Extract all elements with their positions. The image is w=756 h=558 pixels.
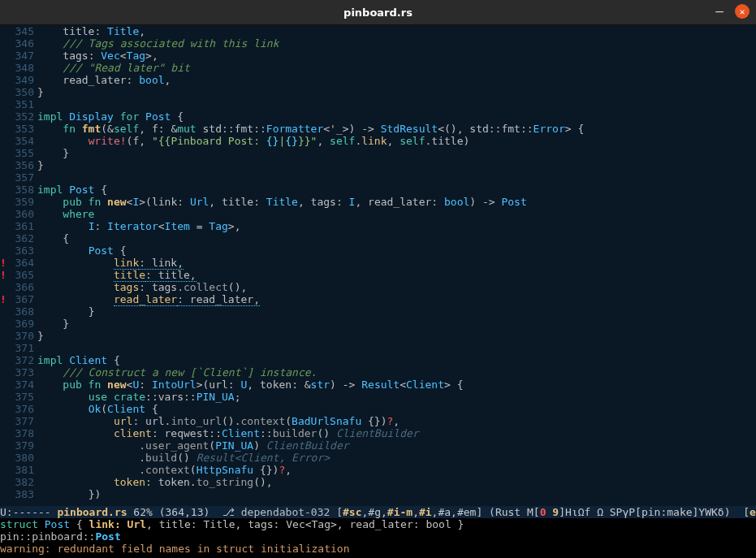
code-content[interactable]: impl Display for Post { (36, 110, 756, 123)
line-number: 381 (6, 464, 36, 476)
gutter-indicator (0, 476, 6, 488)
code-content[interactable]: .user_agent(PIN_UA) ClientBuilder (36, 439, 756, 452)
code-content[interactable]: url: url.into_url().context(BadUrlSnafu … (36, 415, 756, 427)
code-content[interactable]: token: token.to_string(), (36, 476, 756, 488)
code-line[interactable]: !365 title: title, (0, 269, 756, 281)
code-content[interactable]: /// Tags associated with this link (36, 37, 756, 50)
code-line[interactable]: 375 use crate::vars::PIN_UA; (0, 391, 756, 403)
gutter-indicator (0, 452, 6, 464)
code-content[interactable]: link: link, (36, 257, 756, 269)
close-icon[interactable]: ✕ (735, 4, 750, 19)
code-line[interactable]: 359 pub fn new<I>(link: Url, title: Titl… (0, 196, 756, 208)
code-line[interactable]: 354 write!(f, "{{Pinboard Post: {}|{}}}"… (0, 135, 756, 147)
code-content[interactable]: impl Client { (36, 354, 756, 366)
code-line[interactable]: 353 fn fmt(&self, f: &mut std::fmt::Form… (0, 123, 756, 135)
code-content[interactable]: read_later: read_later, (36, 293, 756, 305)
code-line[interactable]: 357 (0, 171, 756, 184)
code-content[interactable]: pub fn new<I>(link: Url, title: Title, t… (36, 196, 756, 208)
code-content[interactable]: tags: Vec<Tag>, (36, 50, 756, 62)
code-line[interactable]: 372impl Client { (0, 354, 756, 366)
line-number: 354 (6, 135, 36, 147)
code-content[interactable]: write!(f, "{{Pinboard Post: {}|{}}}", se… (36, 135, 756, 147)
code-line[interactable]: 376 Ok(Client { (0, 403, 756, 415)
line-number: 365 (6, 269, 36, 281)
code-content[interactable]: } (36, 86, 756, 98)
gutter-indicator: ! (0, 293, 6, 305)
code-content[interactable]: tags: tags.collect(), (36, 281, 756, 293)
code-line[interactable]: !364 link: link, (0, 257, 756, 269)
code-line[interactable]: 361 I: Iterator<Item = Tag>, (0, 220, 756, 232)
code-content[interactable]: /// Construct a new [`Client`] instance. (36, 366, 756, 378)
window-titlebar: pinboard.rs – ✕ (0, 0, 756, 25)
code-content[interactable]: Ok(Client { (36, 403, 756, 415)
gutter-indicator (0, 427, 6, 439)
eldoc-warning: warning: redundant field names in struct… (0, 543, 756, 555)
code-content[interactable] (36, 171, 756, 184)
gutter-indicator (0, 74, 6, 86)
code-line[interactable]: 360 where (0, 208, 756, 220)
line-number: 366 (6, 281, 36, 293)
gutter-indicator (0, 488, 6, 500)
code-line[interactable]: 383 }) (0, 488, 756, 500)
echo-area: struct Post { link: Url, title: Title, t… (0, 518, 756, 558)
code-line[interactable]: 378 client: reqwest::Client::builder() C… (0, 427, 756, 439)
code-content[interactable]: /// "Read later" bit (36, 62, 756, 74)
code-content[interactable]: fn fmt(&self, f: &mut std::fmt::Formatte… (36, 123, 756, 135)
code-line[interactable]: 348 /// "Read later" bit (0, 62, 756, 74)
code-line[interactable]: 345 title: Title, (0, 25, 756, 37)
code-line[interactable]: 368 } (0, 305, 756, 318)
code-line[interactable]: 346 /// Tags associated with this link (0, 37, 756, 50)
code-line[interactable]: 382 token: token.to_string(), (0, 476, 756, 488)
code-line[interactable]: 355 } (0, 147, 756, 159)
code-content[interactable]: } (36, 147, 756, 159)
code-content[interactable]: Post { (36, 244, 756, 257)
code-line[interactable]: 347 tags: Vec<Tag>, (0, 50, 756, 62)
code-line[interactable]: 380 .build() Result<Client, Error> (0, 452, 756, 464)
line-number: 355 (6, 147, 36, 159)
code-content[interactable]: { (36, 232, 756, 244)
eldoc-line-2: pin::pinboard::Post (0, 530, 756, 543)
code-line[interactable]: 369 } (0, 318, 756, 330)
code-content[interactable]: impl Post { (36, 184, 756, 196)
line-number: 361 (6, 220, 36, 232)
code-content[interactable] (36, 342, 756, 354)
code-line[interactable]: 370} (0, 330, 756, 342)
code-content[interactable]: client: reqwest::Client::builder() Clien… (36, 427, 756, 439)
code-line[interactable]: 381 .context(HttpSnafu {})?, (0, 464, 756, 476)
gutter-indicator: ! (0, 257, 6, 269)
code-content[interactable]: } (36, 305, 756, 318)
code-line[interactable]: 374 pub fn new<U: IntoUrl>(url: U, token… (0, 378, 756, 391)
code-content[interactable]: .build() Result<Client, Error> (36, 452, 756, 464)
code-line[interactable]: 366 tags: tags.collect(), (0, 281, 756, 293)
code-content[interactable]: .context(HttpSnafu {})?, (36, 464, 756, 476)
code-content[interactable]: title: title, (36, 269, 756, 281)
code-line[interactable]: 350} (0, 86, 756, 98)
minimize-icon[interactable]: – (715, 5, 724, 18)
code-content[interactable] (36, 98, 756, 110)
code-line[interactable]: 363 Post { (0, 244, 756, 257)
code-content[interactable]: } (36, 159, 756, 171)
code-content[interactable]: I: Iterator<Item = Tag>, (36, 220, 756, 232)
code-line[interactable]: 373 /// Construct a new [`Client`] insta… (0, 366, 756, 378)
code-line[interactable]: 356} (0, 159, 756, 171)
code-content[interactable]: }) (36, 488, 756, 500)
code-line[interactable]: 377 url: url.into_url().context(BadUrlSn… (0, 415, 756, 427)
code-content[interactable]: } (36, 330, 756, 342)
code-line[interactable]: 358impl Post { (0, 184, 756, 196)
code-content[interactable]: use crate::vars::PIN_UA; (36, 391, 756, 403)
code-content[interactable]: where (36, 208, 756, 220)
code-content[interactable]: pub fn new<U: IntoUrl>(url: U, token: &s… (36, 378, 756, 391)
code-line[interactable]: 352impl Display for Post { (0, 110, 756, 123)
code-line[interactable]: !367 read_later: read_later, (0, 293, 756, 305)
code-line[interactable]: 362 { (0, 232, 756, 244)
code-content[interactable]: title: Title, (36, 25, 756, 37)
code-line[interactable]: 351 (0, 98, 756, 110)
code-line[interactable]: 371 (0, 342, 756, 354)
line-number: 369 (6, 318, 36, 330)
code-content[interactable]: } (36, 318, 756, 330)
code-line[interactable]: 349 read_later: bool, (0, 74, 756, 86)
editor-area[interactable]: 345 title: Title,346 /// Tags associated… (0, 25, 756, 506)
line-number: 345 (6, 25, 36, 37)
code-line[interactable]: 379 .user_agent(PIN_UA) ClientBuilder (0, 439, 756, 452)
code-content[interactable]: read_later: bool, (36, 74, 756, 86)
